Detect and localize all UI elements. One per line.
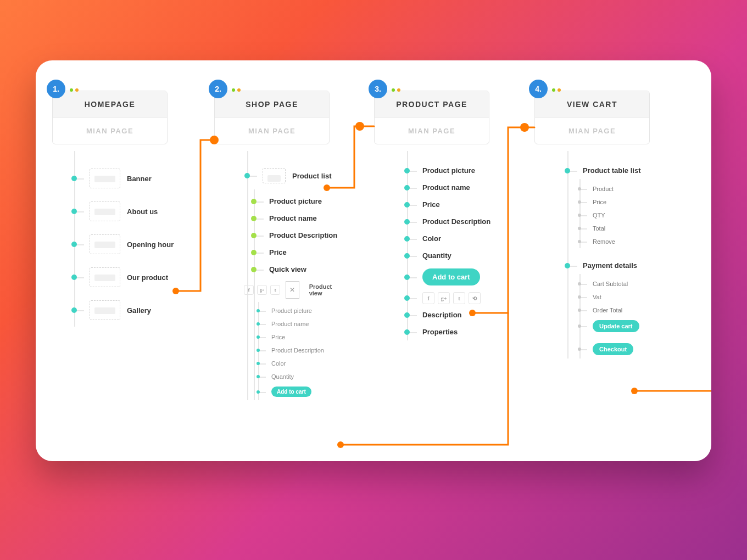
product-tree: Product picture Product name Price Produ… — [407, 151, 490, 340]
qv-desc: Product Description — [259, 344, 337, 357]
page-card-homepage[interactable]: HOMEPAGE MIAN PAGE — [52, 91, 168, 144]
node-hours[interactable]: Opening hour — [75, 228, 174, 261]
col-qty: QTY — [581, 209, 640, 222]
node-banner[interactable]: Banner — [75, 162, 174, 195]
card-title: HOMEPAGE — [53, 91, 167, 118]
column-homepage: 1. HOMEPAGE MIAN PAGE Banner About us Op… — [52, 91, 168, 144]
product-view-label: Product view — [309, 283, 338, 296]
card-subtitle: MIAN PAGE — [375, 118, 489, 144]
column-shop: 2. SHOP PAGE MIAN PAGE Product list Prod… — [214, 91, 330, 144]
col-product: Product — [581, 182, 640, 195]
update-cart-button[interactable]: Update cart — [593, 320, 639, 332]
thumb-icon — [90, 267, 120, 287]
node-description[interactable]: Description — [408, 306, 490, 323]
social-share-row: f g+ t ⟲ — [422, 292, 481, 304]
quickview-detail: f g+ t ✕ Product view Product picture Pr… — [244, 281, 337, 400]
node-product-picture[interactable]: Product picture — [408, 162, 490, 179]
twitter-icon[interactable]: t — [453, 292, 465, 304]
payment-subtree: Cart Subtotal Vat Order Total Update car… — [579, 274, 640, 359]
node-product-name[interactable]: Product name — [408, 179, 490, 196]
row-vat: Vat — [581, 290, 640, 304]
add-to-cart-button[interactable]: Add to cart — [422, 268, 480, 285]
card-subtitle: MIAN PAGE — [53, 118, 167, 144]
qv-price: Price — [259, 331, 337, 344]
google-plus-icon[interactable]: g+ — [438, 292, 450, 304]
node-product-name[interactable]: Product name — [255, 210, 337, 227]
card-dots — [392, 88, 400, 92]
step-badge-2: 2. — [209, 80, 227, 98]
facebook-icon[interactable]: f — [244, 285, 254, 295]
node-product-picture[interactable]: Product picture — [255, 193, 337, 210]
qv-product-name: Product name — [259, 317, 337, 331]
node-product-description[interactable]: Product Description — [408, 213, 490, 230]
thumb-icon — [90, 201, 120, 221]
node-quantity[interactable]: Quantity — [408, 247, 490, 264]
node-payment-details[interactable]: Payment details — [568, 257, 640, 274]
card-subtitle: MIAN PAGE — [215, 118, 329, 144]
node-social-share: f g+ t ⟲ — [408, 290, 490, 306]
thumb-icon — [263, 168, 286, 183]
node-product-description[interactable]: Product Description — [255, 227, 337, 244]
node-price[interactable]: Price — [255, 244, 337, 261]
shop-tree: Product list Product picture Product nam… — [247, 151, 337, 400]
column-cart: 4. VIEW CART MIAN PAGE Product table lis… — [534, 91, 650, 144]
cart-tree: Product table list Product Price QTY Tot… — [567, 151, 640, 359]
page-card-product[interactable]: PRODUCT PAGE MIAN PAGE — [374, 91, 489, 144]
table-subtree: Product Price QTY Total Remove — [579, 179, 640, 248]
card-dots — [70, 88, 79, 92]
quickview-subtree: Product picture Product name Price Produ… — [258, 302, 337, 400]
node-product-table-list[interactable]: Product table list — [568, 162, 640, 179]
thumb-icon — [90, 300, 120, 320]
row-subtotal: Cart Subtotal — [581, 277, 640, 290]
close-icon[interactable]: ✕ — [286, 281, 299, 299]
qv-add-to-cart[interactable]: Add to cart — [259, 383, 337, 400]
node-gallery[interactable]: Gallery — [75, 294, 174, 327]
homepage-tree: Banner About us Opening hour Our product… — [74, 151, 174, 327]
checkout-button[interactable]: Checkout — [593, 343, 633, 355]
thumb-icon — [90, 169, 120, 188]
share-icon[interactable]: ⟲ — [469, 292, 481, 304]
google-plus-icon[interactable]: g+ — [257, 285, 267, 295]
step-badge-3: 3. — [369, 80, 387, 98]
qv-product-picture: Product picture — [259, 304, 337, 317]
node-properties[interactable]: Properties — [408, 323, 490, 340]
col-price: Price — [581, 195, 640, 209]
col-total: Total — [581, 222, 640, 235]
row-order-total: Order Total — [581, 304, 640, 317]
page-card-cart[interactable]: VIEW CART MIAN PAGE — [534, 91, 650, 144]
node-add-to-cart[interactable]: Add to cart — [408, 264, 490, 290]
thumb-icon — [90, 234, 120, 254]
twitter-icon[interactable]: t — [270, 285, 280, 295]
column-product: 3. PRODUCT PAGE MIAN PAGE Product pictur… — [374, 91, 489, 144]
col-remove: Remove — [581, 235, 640, 248]
node-price[interactable]: Price — [408, 196, 490, 213]
card-title: PRODUCT PAGE — [375, 91, 489, 118]
step-badge-4: 4. — [529, 80, 548, 98]
card-title: VIEW CART — [535, 91, 649, 118]
quickview-social-row: f g+ t — [244, 285, 280, 295]
card-dots — [552, 88, 561, 92]
qv-qty: Quantity — [259, 370, 337, 383]
page-card-shop[interactable]: SHOP PAGE MIAN PAGE — [214, 91, 330, 144]
node-color[interactable]: Color — [408, 230, 490, 247]
step-badge-1: 1. — [47, 80, 65, 98]
row-checkout[interactable]: Checkout — [581, 340, 640, 359]
card-dots — [232, 88, 241, 92]
card-title: SHOP PAGE — [215, 91, 329, 118]
sitemap-canvas: 1. HOMEPAGE MIAN PAGE Banner About us Op… — [36, 60, 711, 461]
qv-color: Color — [259, 357, 337, 370]
node-product-list[interactable]: Product list — [248, 162, 337, 189]
row-update-cart[interactable]: Update cart — [581, 317, 640, 335]
node-about[interactable]: About us — [75, 195, 174, 228]
facebook-icon[interactable]: f — [422, 292, 434, 304]
product-list-subtree: Product picture Product name Product Des… — [254, 189, 337, 400]
node-quick-view[interactable]: Quick view — [255, 261, 337, 278]
card-subtitle: MIAN PAGE — [535, 118, 649, 144]
node-our-product[interactable]: Our product — [75, 261, 174, 294]
